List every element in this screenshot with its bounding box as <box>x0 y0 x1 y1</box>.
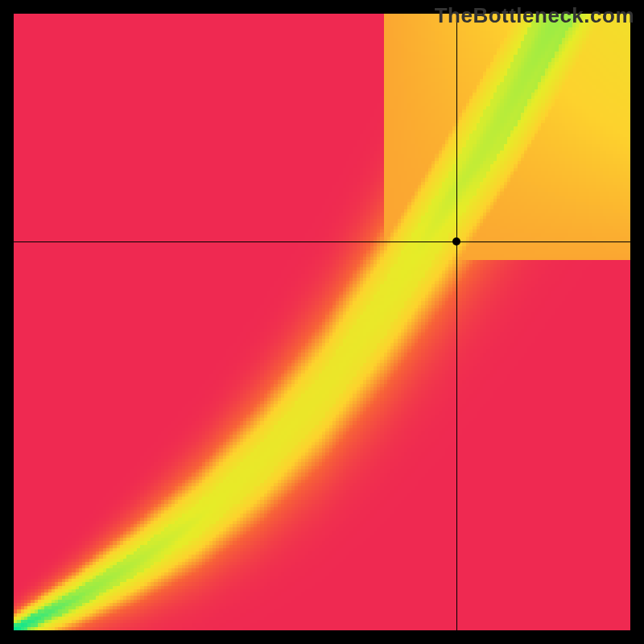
data-marker <box>452 237 460 246</box>
heatmap-canvas <box>14 14 630 630</box>
watermark-text: TheBottleneck.com <box>435 3 634 28</box>
crosshair-horizontal <box>14 242 630 242</box>
crosshair-vertical <box>456 14 457 630</box>
heatmap-plot <box>14 14 630 630</box>
